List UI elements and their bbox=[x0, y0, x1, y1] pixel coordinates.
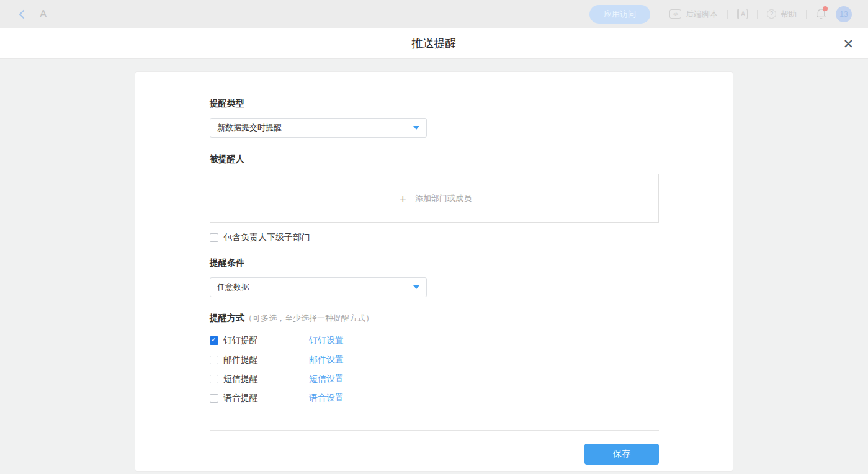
dingtalk-label: 钉钉提醒 bbox=[223, 335, 258, 346]
include-subdept-row: 包含负责人下级子部门 bbox=[210, 231, 659, 244]
select-arrow-button[interactable] bbox=[406, 118, 426, 137]
recipients-label: 被提醒人 bbox=[210, 153, 659, 165]
methods-label: 提醒方式 bbox=[210, 311, 244, 324]
reminder-type-label: 提醒类型 bbox=[210, 97, 659, 109]
dingtalk-checkbox[interactable] bbox=[210, 336, 218, 345]
chevron-down-icon bbox=[413, 126, 419, 130]
add-recipients-button[interactable]: ＋ 添加部门或成员 bbox=[210, 174, 659, 223]
include-subdept-checkbox[interactable] bbox=[210, 233, 218, 242]
email-checkbox[interactable] bbox=[210, 356, 218, 364]
topbar-separator bbox=[806, 10, 807, 19]
dingtalk-settings-link[interactable]: 钉钉设置 bbox=[309, 335, 344, 346]
methods-header: 提醒方式 （可多选，至少选择一种提醒方式） bbox=[210, 311, 659, 324]
method-option: 短信提醒 bbox=[210, 373, 309, 385]
reminder-type-select[interactable]: 新数据提交时提醒 bbox=[210, 118, 427, 138]
footer-divider bbox=[210, 430, 659, 431]
sms-settings-link[interactable]: 短信设置 bbox=[309, 373, 344, 385]
modal-header: 推送提醒 ✕ bbox=[0, 28, 868, 59]
backend-script-label: 后端脚本 bbox=[686, 9, 718, 20]
code-icon: </> bbox=[669, 9, 681, 19]
sms-checkbox[interactable] bbox=[210, 375, 218, 383]
footer-actions: 保存 bbox=[210, 444, 659, 465]
condition-label: 提醒条件 bbox=[210, 256, 659, 269]
topbar-separator bbox=[757, 10, 758, 19]
voice-label: 语音提醒 bbox=[223, 393, 258, 404]
method-option: 钉钉提醒 bbox=[210, 335, 309, 346]
voice-settings-link[interactable]: 语音设置 bbox=[309, 393, 344, 404]
notifications-button[interactable] bbox=[816, 8, 826, 20]
sms-label: 短信提醒 bbox=[223, 373, 258, 385]
email-settings-link[interactable]: 邮件设置 bbox=[309, 354, 344, 365]
avatar[interactable]: 13 bbox=[836, 6, 852, 22]
topbar-actions: 应用访问 </> 后端脚本 A ? 帮助 13 bbox=[589, 5, 852, 24]
help-label: 帮助 bbox=[781, 9, 797, 20]
method-row-email: 邮件提醒 邮件设置 bbox=[210, 354, 659, 366]
save-button[interactable]: 保存 bbox=[584, 444, 659, 465]
topbar-separator bbox=[660, 10, 660, 19]
app-access-button[interactable]: 应用访问 bbox=[589, 5, 650, 24]
back-chevron-icon bbox=[17, 9, 26, 20]
app-title-badge: A bbox=[40, 8, 47, 20]
modal-body: 提醒类型 新数据提交时提醒 被提醒人 ＋ 添加部门或成员 包含负责人下级子部门 … bbox=[0, 59, 868, 474]
back-button[interactable] bbox=[17, 9, 26, 20]
method-row-voice: 语音提醒 语音设置 bbox=[210, 392, 659, 405]
method-row-dingtalk: 钉钉提醒 钉钉设置 bbox=[210, 334, 659, 347]
notification-dot bbox=[823, 6, 828, 11]
reminder-type-value: 新数据提交时提醒 bbox=[210, 118, 406, 137]
address-book-icon: A bbox=[737, 9, 748, 19]
help-button[interactable]: ? 帮助 bbox=[767, 9, 797, 20]
method-option: 邮件提醒 bbox=[210, 354, 309, 365]
reminder-form-card: 提醒类型 新数据提交时提醒 被提醒人 ＋ 添加部门或成员 包含负责人下级子部门 … bbox=[135, 71, 733, 472]
select-arrow-button[interactable] bbox=[406, 278, 426, 297]
plus-icon: ＋ bbox=[397, 191, 408, 206]
backend-script-button[interactable]: </> 后端脚本 bbox=[669, 9, 718, 20]
voice-checkbox[interactable] bbox=[210, 394, 218, 403]
condition-value: 任意数据 bbox=[210, 278, 406, 297]
include-subdept-label: 包含负责人下级子部门 bbox=[223, 232, 310, 243]
chevron-down-icon bbox=[413, 285, 419, 289]
method-row-sms: 短信提醒 短信设置 bbox=[210, 373, 659, 385]
help-icon: ? bbox=[767, 9, 776, 19]
email-label: 邮件提醒 bbox=[223, 354, 258, 365]
contacts-button[interactable]: A bbox=[737, 9, 748, 19]
add-recipients-label: 添加部门或成员 bbox=[415, 193, 472, 204]
page-title: 推送提醒 bbox=[412, 36, 457, 51]
methods-hint: （可多选，至少选择一种提醒方式） bbox=[244, 313, 374, 324]
app-topbar: A 应用访问 </> 后端脚本 A ? 帮助 13 bbox=[0, 0, 868, 28]
condition-select[interactable]: 任意数据 bbox=[210, 277, 427, 297]
topbar-separator bbox=[727, 10, 728, 19]
close-icon[interactable]: ✕ bbox=[843, 37, 854, 50]
method-option: 语音提醒 bbox=[210, 393, 309, 404]
